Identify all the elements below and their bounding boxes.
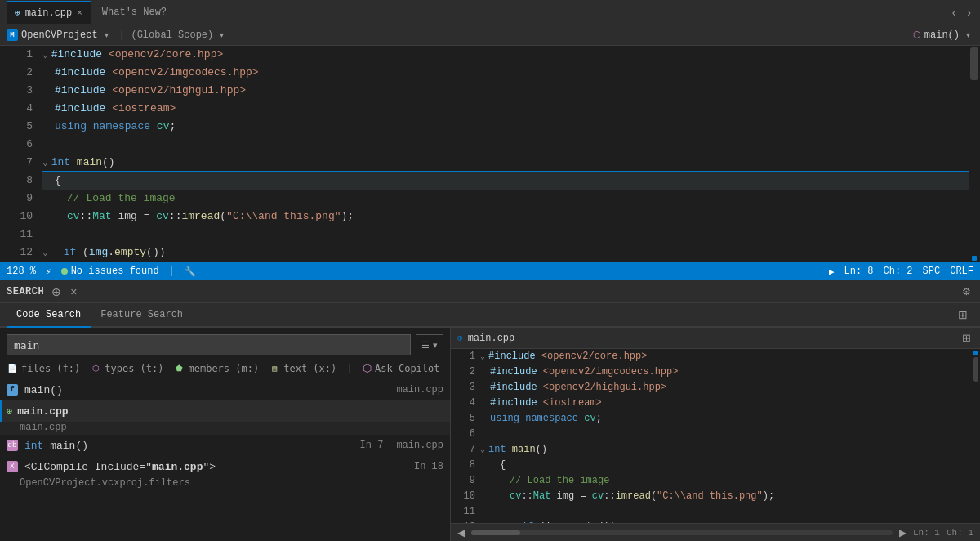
tab-code-search[interactable]: Code Search	[7, 303, 91, 328]
func-label: main()	[924, 29, 960, 41]
code-content[interactable]: ⌄#include <opencv2/core.hpp> #include <o…	[39, 46, 969, 262]
filter-text-label: text (x:)	[283, 363, 336, 374]
status-ch: Ch: 2	[884, 266, 913, 277]
func-icon: ⬡	[913, 29, 921, 40]
mini-code-content[interactable]: ⌄#include <opencv2/core.hpp> #include <o…	[480, 349, 972, 523]
panel-settings-btn[interactable]: ⚙	[960, 286, 973, 297]
code-line-5: using namespace cv;	[42, 118, 969, 136]
mini-ln-8: 8	[451, 458, 475, 473]
text-icon: ▤	[269, 363, 280, 374]
result-int-main[interactable]: db int main() In 7 main.cpp	[0, 435, 450, 456]
tab-feature-search[interactable]: Feature Search	[91, 303, 193, 328]
code-line-7: ⌄int main()	[42, 154, 969, 172]
no-issues: No issues found	[61, 266, 159, 277]
status-crlf: CRLF	[950, 266, 973, 277]
separator-pipe: |	[169, 266, 175, 277]
code-line-10: cv::Mat img = cv::imread("C:\\and this.p…	[42, 208, 969, 226]
mini-line-numbers: 1 2 3 4 5 6 7 8 9 10 11 12 13	[451, 349, 480, 523]
results-list[interactable]: f main() main.cpp ⊕ main.cpp main.cpp db…	[0, 379, 450, 541]
result-int-main-file: main.cpp	[396, 440, 443, 451]
no-issues-label: No issues found	[71, 266, 159, 277]
search-input-box[interactable]	[7, 334, 411, 355]
project-dropdown-btn[interactable]: ▾	[101, 30, 112, 39]
hscroll-track[interactable]	[471, 530, 893, 535]
search-input[interactable]	[14, 339, 403, 351]
mini-ch-status: Ch: 1	[947, 528, 973, 538]
mini-editor-body[interactable]: 1 2 3 4 5 6 7 8 9 10 11 12 13 ⌄#include …	[451, 349, 980, 523]
result-function-main[interactable]: f main() main.cpp	[0, 379, 450, 400]
func-dropdown[interactable]: ⬡ main() ▾	[913, 29, 973, 41]
nav-right-btn[interactable]: ›	[964, 6, 973, 19]
panel-expand-btn[interactable]: ⊞	[956, 308, 970, 321]
function-icon: f	[7, 384, 18, 396]
mini-code-line-7: ⌄int main()	[480, 442, 972, 458]
code-line-1: ⌄#include <opencv2/core.hpp>	[42, 46, 969, 64]
project-name[interactable]: M OpenCVProject ▾	[7, 29, 112, 41]
mini-code-line-9: // Load the image	[480, 473, 972, 489]
result-clcompile[interactable]: X <ClCompile Include="main.cpp"> In 18	[0, 456, 450, 477]
result-clcompile-name: <ClCompile Include="main.cpp">	[24, 461, 216, 473]
line-num-5: 5	[0, 118, 33, 136]
filter-files-btn[interactable]: 📄 files (f:)	[7, 363, 80, 374]
fold-12[interactable]: ⌄	[42, 244, 48, 262]
code-line-2: #include <opencv2/imgcodecs.hpp>	[42, 64, 969, 82]
mini-code-line-6	[480, 427, 972, 442]
line-num-7: 7	[0, 154, 33, 172]
code-line-6	[42, 136, 969, 154]
mini-expand-btn[interactable]: ⊞	[960, 332, 973, 344]
project-name-label: OpenCVProject	[21, 29, 98, 41]
panel-close-btn[interactable]: ×	[70, 285, 77, 298]
hscroll-right-btn[interactable]: ▶	[899, 527, 906, 539]
tab-code-search-label: Code Search	[16, 309, 81, 320]
editor-scrollbar[interactable]	[969, 46, 980, 262]
panel-pin-btn[interactable]: ⊕	[49, 285, 64, 298]
tab-main-cpp[interactable]: ⊕ main.cpp ×	[7, 1, 91, 24]
mini-scrollbar[interactable]	[972, 349, 980, 523]
result-int-main-name: int main()	[24, 440, 88, 452]
result-clcompile-ln: In 18	[414, 461, 443, 472]
scope-dropdown[interactable]: (Global Scope) ▾	[131, 29, 227, 41]
ask-copilot-btn[interactable]: ⬡ Ask Copilot	[363, 362, 439, 374]
mini-scrollbar-thumb[interactable]	[973, 357, 978, 382]
hscroll-left-btn[interactable]: ◀	[457, 527, 465, 539]
result-file-subpath: main.cpp	[0, 422, 450, 435]
status-ln: Ln: 8	[844, 266, 874, 277]
func-dropdown-btn[interactable]: ▾	[963, 30, 973, 39]
search-input-row: ☰ ▾	[0, 328, 450, 362]
types-icon: ⬡	[90, 363, 101, 374]
nav-left-btn[interactable]: ‹	[950, 6, 959, 19]
play-arrow-icon: ▶	[829, 266, 835, 277]
zoom-level: 128 %	[7, 266, 36, 277]
filter-row: 📄 files (f:) ⬡ types (t:) ⬟ members (m:)…	[0, 362, 450, 379]
tab-whats-new[interactable]: What's New?	[94, 1, 175, 24]
mini-fold-1[interactable]: ⌄	[480, 349, 485, 364]
fold-7[interactable]: ⌄	[42, 154, 48, 172]
mini-ln-4: 4	[451, 396, 475, 411]
code-line-4: #include <iostream>	[42, 100, 969, 118]
hscroll-thumb[interactable]	[471, 530, 520, 535]
project-icon: M	[7, 29, 18, 41]
search-options-btn[interactable]: ☰ ▾	[416, 334, 443, 355]
mini-editor-filename: main.cpp	[468, 333, 515, 344]
tab-whats-new-label: What's New?	[102, 7, 167, 18]
code-line-3: #include <opencv2/highgui.hpp>	[42, 82, 969, 100]
line-num-6: 6	[0, 136, 33, 154]
editor-scrollbar-thumb[interactable]	[970, 47, 978, 80]
tab-close-icon[interactable]: ×	[77, 8, 82, 18]
scope-dropdown-btn[interactable]: ▾	[216, 30, 227, 39]
fold-1[interactable]: ⌄	[42, 46, 48, 64]
result-clcompile-file: OpenCVProject.vcxproj.filters	[0, 477, 450, 490]
result-file-main-cpp[interactable]: ⊕ main.cpp	[0, 400, 450, 422]
mini-ln-1: 1	[451, 349, 475, 364]
code-line-9: // Load the image	[42, 190, 969, 208]
filter-text-btn[interactable]: ▤ text (x:)	[269, 363, 336, 374]
mini-fold-7[interactable]: ⌄	[480, 442, 485, 458]
filter-types-btn[interactable]: ⬡ types (t:)	[90, 363, 163, 374]
result-filename-bold: main.cpp	[17, 405, 68, 418]
filter-types-label: types (t:)	[105, 363, 163, 374]
result-fn-file: main.cpp	[396, 384, 443, 396]
result-fn-name: main()	[24, 384, 63, 396]
line-num-10: 10	[0, 208, 33, 226]
tab-main-cpp-label: main.cpp	[25, 7, 73, 19]
filter-members-btn[interactable]: ⬟ members (m:)	[174, 363, 260, 374]
